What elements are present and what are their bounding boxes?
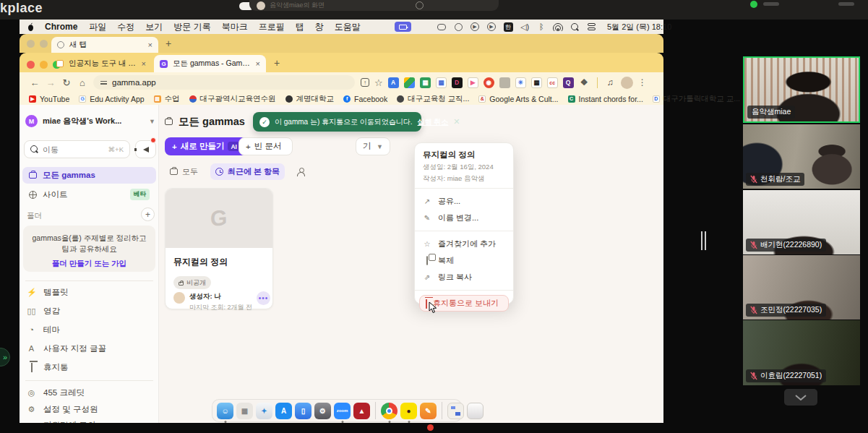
wifi-icon[interactable] — [553, 22, 563, 32]
qr-extension-icon[interactable]: ▦ — [531, 77, 542, 88]
menu-file[interactable]: 파일 — [89, 21, 106, 33]
menu-profiles[interactable]: 프로필 — [259, 21, 285, 33]
bookmark-daegu-office[interactable]: 대구교육청 교직... — [397, 94, 469, 104]
home-icon[interactable]: ⌂ — [74, 77, 90, 88]
menubar-clock[interactable]: 5월 2일 (목) 18:10 — [607, 20, 671, 34]
close-tab-icon[interactable]: × — [142, 59, 146, 68]
site-settings-icon[interactable] — [100, 81, 107, 85]
menu-tab[interactable]: 탭 — [296, 21, 304, 33]
dock-appstore-icon[interactable]: A — [275, 403, 292, 419]
menu-view[interactable]: 보기 — [145, 21, 163, 33]
participant-video-2[interactable]: 천휘람/조교 — [743, 124, 860, 189]
play-status-icon-2[interactable]: ▶ — [486, 22, 497, 32]
d-extension-icon[interactable]: D — [452, 77, 463, 88]
sidebar-item-custom-fonts[interactable]: A사용자 지정 글꼴 — [27, 340, 153, 356]
options-ring-icon[interactable] — [416, 1, 424, 9]
sidebar-item-settings[interactable]: ⚙설정 및 구성원 — [27, 401, 153, 417]
dock-trash-icon[interactable] — [467, 403, 484, 419]
dock-safari-icon[interactable]: ✦ — [256, 403, 272, 419]
dock-books-icon[interactable]: ▯ — [295, 403, 311, 419]
q-extension-icon[interactable]: Q — [563, 77, 574, 88]
collapse-panel-button[interactable] — [784, 389, 817, 406]
sidebar-item-all-gammas[interactable]: 모든 gammas — [22, 167, 156, 184]
bookmark-star-icon[interactable]: ☆ — [374, 77, 383, 88]
blank-document-button[interactable]: + 빈 문서 — [239, 137, 293, 155]
volume-icon[interactable]: ◁) — [520, 22, 530, 32]
participant-video-4[interactable]: 조민정(22227035) — [743, 255, 860, 320]
menu-item-favorite[interactable]: ☆즐겨찾기에 추가 — [415, 236, 513, 252]
drive-extension-icon[interactable] — [404, 77, 415, 88]
sidebar-item-themes[interactable]: ◔테마 — [27, 322, 153, 338]
background-tab-newtab[interactable]: 새 탭 × — [51, 37, 158, 53]
workspace-switcher[interactable]: M miae 음악샘's Work... ▼ — [25, 115, 155, 127]
sidebar-item-templates[interactable]: ⚡템플릿 — [27, 284, 153, 300]
reload-icon[interactable]: ↻ — [59, 77, 74, 88]
create-folder-link[interactable]: 폴더 만들기 또는 가입 — [30, 259, 148, 269]
cc-extension-icon[interactable]: cc — [547, 77, 558, 88]
address-bar[interactable] — [93, 75, 355, 90]
tab-gamma-active[interactable]: G 모든 gammas - Gamma × — [154, 55, 266, 72]
bookmark-daegu-edu[interactable]: 대구광역시교육연수원 — [189, 94, 276, 104]
dock-window-preview-icon[interactable] — [447, 403, 464, 419]
sidebar-item-trash[interactable]: 휴지통 — [27, 359, 153, 375]
messages-icon[interactable] — [437, 22, 447, 32]
menu-bookmarks[interactable]: 북마크 — [222, 21, 248, 33]
close-toast-icon[interactable]: ✕ — [453, 117, 460, 127]
table-extension-icon[interactable]: ▦ — [436, 77, 447, 88]
filter-all[interactable]: 모두 — [165, 163, 203, 180]
bookmark-edu-activity[interactable]: GEdu Activity App — [79, 95, 144, 103]
dock-pages-icon[interactable]: ✎ — [420, 403, 437, 419]
add-folder-button[interactable]: + — [141, 207, 155, 221]
menu-edit[interactable]: 수정 — [117, 21, 134, 33]
close-window-button[interactable] — [27, 61, 35, 69]
participant-video-3[interactable]: 배기현(22226890) — [743, 190, 860, 254]
apple-menu-icon[interactable] — [27, 22, 35, 32]
bookmark-instant-chords[interactable]: CInstant chords for... — [568, 95, 643, 103]
menu-item-rename[interactable]: ✎이름 변경... — [415, 210, 513, 226]
dock-zoom-icon[interactable]: zoom — [334, 403, 351, 419]
sidebar-item-inspiration[interactable]: ▯▯영감 — [27, 303, 153, 319]
bookmark-keimyung[interactable]: 계명대학교 — [285, 94, 335, 104]
menu-item-share[interactable]: ↗공유... — [415, 193, 513, 210]
bookmark-youtube[interactable]: ▶YouTube — [29, 95, 69, 103]
gear-extension-icon[interactable]: ✳ — [515, 77, 526, 88]
translate-extension-icon[interactable]: A — [388, 77, 399, 88]
sidebar-item-sites[interactable]: 사이트 베타 — [22, 187, 156, 202]
profile-avatar[interactable] — [621, 77, 633, 89]
grid-extension-icon[interactable]: ▦ — [420, 77, 431, 88]
participant-video-1[interactable]: 음악샘miae — [743, 56, 860, 123]
undo-link[interactable]: 실행 취소 — [418, 117, 449, 127]
menu-item-copy-link[interactable]: ⇗링크 복사 — [415, 269, 513, 286]
filter-recent[interactable]: 최근에 본 항목 — [210, 163, 285, 180]
camera-extension-icon[interactable] — [499, 77, 510, 88]
bookmark-google-arts[interactable]: &Google Arts & Cult... — [478, 95, 558, 103]
play-status-icon[interactable]: ▶ — [470, 22, 480, 32]
bluetooth-icon[interactable]: ᛒ — [536, 22, 546, 32]
tab-ai-tools[interactable]: 인공지능 도구 내 수업에 적용하기 × — [51, 55, 152, 72]
create-new-button[interactable]: + 새로 만들기 AI — [165, 137, 247, 155]
play-extension-icon[interactable]: ▶ — [468, 77, 478, 88]
dock-finder-icon[interactable]: ☺ — [217, 403, 233, 419]
menu-window[interactable]: 창 — [315, 21, 324, 33]
side-pull-tab[interactable]: » — [0, 348, 10, 366]
search-input[interactable] — [43, 145, 86, 154]
panel-resize-handle[interactable] — [701, 231, 706, 250]
bookmark-catholic-univ[interactable]: D대구가톨릭대학교 교... — [653, 94, 740, 104]
sidebar-item-credits[interactable]: ◎455 크레딧 — [27, 385, 153, 400]
search-box[interactable]: ⌘+K — [24, 140, 130, 158]
back-icon[interactable]: ← — [27, 77, 43, 88]
input-source-icon[interactable]: 한 — [503, 22, 513, 32]
creative-cloud-icon[interactable] — [453, 22, 463, 32]
bookmark-class[interactable]: ▤수업 — [154, 94, 180, 104]
dock-kakaotalk-icon[interactable]: ● — [400, 403, 417, 419]
dock-acrobat-icon[interactable]: ▲ — [353, 403, 370, 419]
sidebar-item-support[interactable]: ▭지원팀에 문의 — [27, 417, 153, 423]
menu-history[interactable]: 방문 기록 — [173, 21, 210, 33]
new-tab-button[interactable]: + — [166, 38, 171, 49]
new-tab-button[interactable]: + — [274, 57, 280, 69]
music-note-icon[interactable]: ♫ — [605, 77, 616, 88]
close-tab-icon[interactable]: × — [256, 59, 260, 68]
dock-settings-icon[interactable]: ⚙ — [314, 403, 331, 419]
import-button-partial[interactable]: 기 ▼ — [356, 137, 390, 155]
url-input[interactable] — [112, 78, 257, 87]
